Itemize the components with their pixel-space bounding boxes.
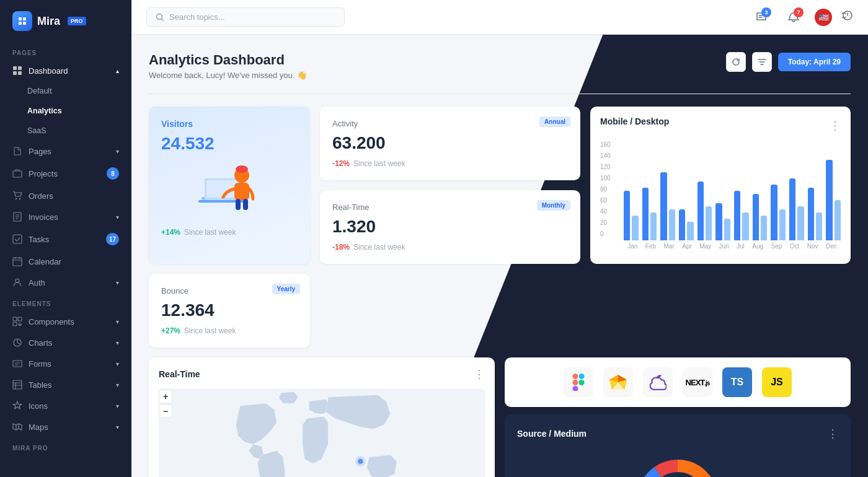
activity-value: 63.200 <box>332 133 568 153</box>
sidebar-item-icons[interactable]: Icons ▾ <box>0 395 131 416</box>
header-actions: Today: April 29 <box>726 52 851 72</box>
main-content: Search topics... 3 7 🇺🇸 Analytics Dashb <box>131 0 868 477</box>
sidebar-item-forms[interactable]: Forms ▾ <box>0 353 131 374</box>
svg-point-6 <box>19 198 20 199</box>
sidebar-item-components[interactable]: Components ▾ <box>0 311 131 332</box>
realtime-badge: Monthly <box>537 200 570 211</box>
filter-button[interactable] <box>752 52 772 72</box>
app-logo: Mira PRO <box>0 0 131 42</box>
messages-btn[interactable]: 3 <box>750 6 773 28</box>
power-button[interactable] <box>842 10 853 24</box>
language-selector[interactable]: 🇺🇸 <box>815 9 832 26</box>
activity-footer: -12% Since last week <box>332 159 568 168</box>
nextjs-logo: NEXT.js <box>683 367 712 397</box>
mobile-desktop-card: Mobile / Desktop ⋮ 020406080100120140160 <box>590 107 851 264</box>
sidebar-item-saas[interactable]: SaaS <box>0 121 131 141</box>
sidebar-item-calendar[interactable]: Calendar <box>0 251 131 272</box>
sidebar-item-analytics[interactable]: Analytics <box>0 101 131 121</box>
svg-rect-16 <box>13 380 22 389</box>
svg-point-27 <box>236 165 248 173</box>
pro-badge: PRO <box>68 17 86 25</box>
page-header: Analytics Dashboard Welcome back, Lucy! … <box>149 52 851 80</box>
search-box[interactable]: Search topics... <box>146 7 345 27</box>
activity-change: -12% <box>332 159 350 168</box>
visitors-card: Visitors 24.532 <box>149 107 310 264</box>
redux-logo <box>643 367 673 397</box>
svg-rect-0 <box>13 66 17 70</box>
tech-logos-card: NEXT.js TS JS <box>505 357 851 407</box>
javascript-logo: JS <box>762 367 792 397</box>
bounce-value: 12.364 <box>161 300 298 320</box>
y-axis: 020406080100120140160 <box>600 141 611 237</box>
sketch-logo <box>603 367 633 397</box>
svg-rect-32 <box>573 380 578 385</box>
svg-rect-31 <box>579 374 585 379</box>
messages-badge: 3 <box>761 7 771 17</box>
map-zoom-out[interactable]: − <box>159 405 172 418</box>
sidebar-item-dashboard[interactable]: Dashboard ▴ <box>0 60 131 81</box>
realtime-map-card: Real-Time ⋮ + − <box>149 357 495 477</box>
svg-rect-15 <box>13 361 22 367</box>
today-button[interactable]: Today: April 29 <box>778 53 851 71</box>
sidebar-item-tables[interactable]: Tables ▾ <box>0 374 131 395</box>
svg-rect-34 <box>573 386 578 391</box>
svg-rect-9 <box>13 258 22 266</box>
world-map-svg <box>159 388 485 477</box>
svg-point-10 <box>16 279 19 282</box>
sidebar-item-invoices[interactable]: Invoices ▾ <box>0 206 131 227</box>
activity-badge: Annual <box>539 116 570 127</box>
sidebar-item-auth[interactable]: Auth ▾ <box>0 272 131 293</box>
source-menu-btn[interactable]: ⋮ <box>827 427 838 440</box>
svg-rect-2 <box>13 71 17 75</box>
page-title: Analytics Dashboard <box>149 52 307 68</box>
refresh-button[interactable] <box>726 52 746 72</box>
sidebar-item-projects[interactable]: Projects 8 <box>0 162 131 185</box>
visitors-illustration <box>186 157 273 225</box>
svg-rect-12 <box>18 317 22 321</box>
content-area: Analytics Dashboard Welcome back, Lucy! … <box>131 35 868 477</box>
bounce-badge: Yearly <box>272 284 300 294</box>
section-pages: PAGES <box>0 42 131 60</box>
auth-chevron: ▾ <box>116 279 119 286</box>
notifications-btn[interactable]: 7 <box>782 6 805 28</box>
map-menu-btn[interactable]: ⋮ <box>474 367 485 381</box>
svg-point-5 <box>16 198 17 199</box>
pages-chevron: ▾ <box>116 148 119 155</box>
invoices-chevron: ▾ <box>116 214 119 221</box>
visitors-footer: +14% Since last week <box>161 228 298 237</box>
bounce-card: Yearly Bounce 12.364 +27% Since last wee… <box>149 274 310 348</box>
sidebar-item-orders[interactable]: Orders <box>0 185 131 206</box>
sidebar-item-pages[interactable]: Pages ▾ <box>0 141 131 162</box>
dashboard-label: Dashboard <box>29 66 68 76</box>
svg-point-29 <box>355 456 366 466</box>
realtime-footer: -18% Since last week <box>332 243 568 252</box>
bounce-change: +27% <box>161 326 180 335</box>
sidebar-item-maps[interactable]: Maps ▾ <box>0 416 131 437</box>
chart-menu-btn[interactable]: ⋮ <box>830 119 841 133</box>
app-name: Mira <box>37 15 60 28</box>
visitors-label: Visitors <box>161 119 298 129</box>
figma-logo <box>564 367 593 397</box>
alerts-badge: 7 <box>794 7 804 17</box>
realtime-value: 1.320 <box>332 217 568 237</box>
donut-chart <box>631 453 724 477</box>
svg-rect-25 <box>236 199 241 210</box>
map-zoom-in[interactable]: + <box>159 390 172 403</box>
sidebar-item-tasks[interactable]: Tasks 17 <box>0 227 131 251</box>
sidebar-item-charts[interactable]: Charts ▾ <box>0 332 131 353</box>
svg-rect-24 <box>234 183 249 200</box>
svg-rect-8 <box>13 235 22 243</box>
sidebar-item-default[interactable]: Default <box>0 81 131 101</box>
svg-rect-33 <box>579 380 585 385</box>
typescript-logo: TS <box>722 367 752 397</box>
search-icon <box>156 13 164 22</box>
topbar-right: 3 7 🇺🇸 <box>750 6 853 28</box>
realtime-card: Monthly Real-Time 1.320 -18% Since last … <box>320 190 580 264</box>
section-mira-pro: MIRA PRO <box>0 437 131 455</box>
visitors-change: +14% <box>161 228 180 237</box>
activity-card: Annual Activity 63.200 -12% Since last w… <box>320 107 580 180</box>
map-title: Real-Time <box>159 369 200 379</box>
logo-icon <box>12 11 32 31</box>
svg-rect-1 <box>18 66 22 70</box>
search-placeholder: Search topics... <box>169 12 225 22</box>
